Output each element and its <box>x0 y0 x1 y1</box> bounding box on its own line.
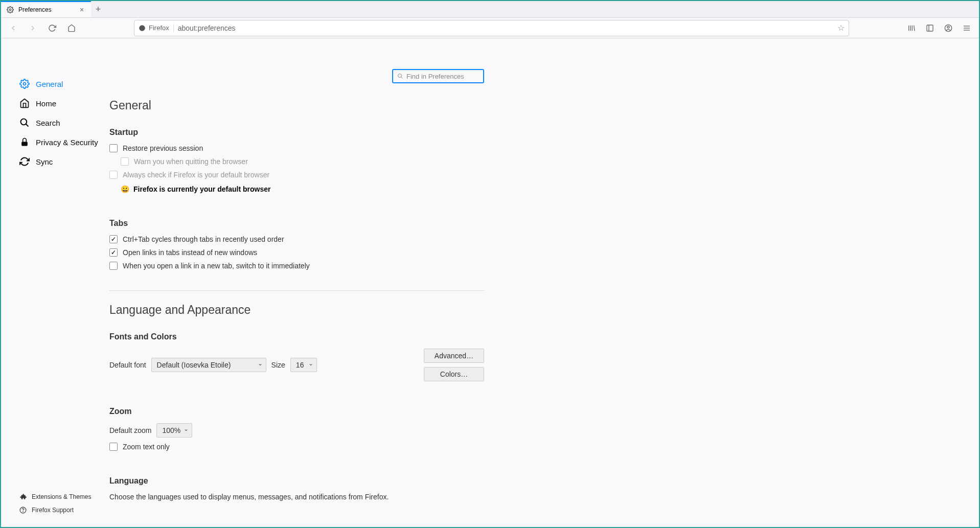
checkbox-label: Warn you when quitting the browser <box>134 157 248 166</box>
account-button[interactable] <box>940 20 956 36</box>
close-icon[interactable]: × <box>78 6 86 14</box>
sidebar-bottom-label: Extensions & Themes <box>32 493 92 500</box>
svg-rect-16 <box>21 142 28 146</box>
sync-icon <box>19 156 30 167</box>
toolbar: Firefox about:preferences ☆ <box>1 18 979 38</box>
search-input[interactable]: Find in Preferences <box>392 69 484 83</box>
menu-button[interactable] <box>959 20 975 36</box>
default-font-select[interactable]: Default (Iosevka Etoile) <box>151 358 266 372</box>
home-button[interactable] <box>63 20 80 36</box>
sidebar-item-home[interactable]: Home <box>1 94 109 113</box>
row-switch-immediate[interactable]: When you open a link in a new tab, switc… <box>109 262 484 270</box>
sidebar-extensions[interactable]: Extensions & Themes <box>1 490 109 503</box>
library-button[interactable] <box>903 20 920 36</box>
svg-point-18 <box>23 512 24 512</box>
row-restore-session[interactable]: Restore previous session <box>109 144 484 152</box>
checkbox <box>121 157 129 166</box>
sidebar-item-label: Home <box>36 99 56 108</box>
forward-button[interactable] <box>25 20 41 36</box>
checkbox-checked[interactable] <box>109 235 118 243</box>
row-check-default: Always check if Firefox is your default … <box>109 171 484 179</box>
default-zoom-select[interactable]: 100% <box>156 423 192 438</box>
gear-icon <box>19 79 30 89</box>
row-zoom-text-only[interactable]: Zoom text only <box>109 443 484 451</box>
tab-title: Preferences <box>18 6 74 13</box>
tab-bar: Preferences × + <box>1 1 979 18</box>
sidebar-item-search[interactable]: Search <box>1 113 109 132</box>
sidebar-item-sync[interactable]: Sync <box>1 152 109 171</box>
sidebar-bottom-label: Firefox Support <box>32 507 74 514</box>
svg-point-19 <box>398 74 402 78</box>
row-ctrl-tab[interactable]: Ctrl+Tab cycles through tabs in recently… <box>109 235 484 243</box>
svg-line-20 <box>401 77 403 79</box>
heading-tabs: Tabs <box>109 219 484 228</box>
row-open-links[interactable]: Open links in tabs instead of new window… <box>109 248 484 257</box>
svg-line-15 <box>26 124 29 127</box>
default-browser-msg: 😀 Firefox is currently your default brow… <box>121 185 484 193</box>
sidebar-item-label: Sync <box>36 157 53 166</box>
heading-fonts: Fonts and Colors <box>109 332 484 341</box>
sidebar-item-label: General <box>36 80 63 88</box>
url-identity: Firefox <box>139 24 174 32</box>
puzzle-icon <box>19 493 27 500</box>
select-value: Default (Iosevka Etoile) <box>157 361 231 369</box>
checkbox-label: Always check if Firefox is your default … <box>123 171 269 179</box>
checkbox-label: Restore previous session <box>123 144 203 152</box>
sidebar-item-label: Search <box>36 119 60 127</box>
main-content[interactable]: Find in Preferences General Startup Rest… <box>109 38 979 527</box>
svg-line-5 <box>914 25 915 31</box>
language-desc: Choose the languages used to display men… <box>109 493 484 501</box>
checkbox-label: Open links in tabs instead of new window… <box>123 248 257 257</box>
heading-language: Language <box>109 476 484 486</box>
bookmark-star-icon[interactable]: ☆ <box>837 23 845 33</box>
checkbox[interactable] <box>109 262 118 270</box>
home-icon <box>19 98 30 108</box>
svg-point-14 <box>21 119 27 125</box>
checkbox[interactable] <box>109 443 118 451</box>
sidebar-item-general[interactable]: General <box>1 74 109 94</box>
smile-icon: 😀 <box>121 185 129 193</box>
checkbox <box>109 171 118 179</box>
svg-rect-6 <box>927 25 933 31</box>
checkbox[interactable] <box>109 144 118 152</box>
svg-point-1 <box>139 25 145 31</box>
help-icon <box>19 507 27 514</box>
default-browser-text: Firefox is currently your default browse… <box>133 185 270 193</box>
heading-zoom: Zoom <box>109 407 484 416</box>
select-value: 16 <box>296 361 304 369</box>
reload-button[interactable] <box>44 20 60 36</box>
sidebar-item-label: Privacy & Security <box>36 138 98 147</box>
font-size-select[interactable]: 16 <box>290 358 317 372</box>
divider <box>109 290 484 291</box>
gear-icon <box>6 6 14 14</box>
checkbox-label: When you open a link in a new tab, switc… <box>123 262 310 270</box>
default-zoom-label: Default zoom <box>109 426 151 434</box>
sidebar-toggle-button[interactable] <box>922 20 938 36</box>
back-button[interactable] <box>5 20 21 36</box>
url-bar[interactable]: Firefox about:preferences ☆ <box>134 20 849 36</box>
new-tab-button[interactable]: + <box>91 2 105 16</box>
svg-point-9 <box>947 26 949 28</box>
search-icon <box>19 118 30 128</box>
search-placeholder: Find in Preferences <box>406 73 464 80</box>
heading-startup: Startup <box>109 128 484 137</box>
checkbox-label: Ctrl+Tab cycles through tabs in recently… <box>123 235 284 243</box>
checkbox-label: Zoom text only <box>123 443 170 451</box>
colors-button[interactable]: Colors… <box>424 367 484 381</box>
svg-point-13 <box>24 83 26 85</box>
select-value: 100% <box>162 426 180 434</box>
lock-icon <box>19 137 30 147</box>
browser-tab[interactable]: Preferences × <box>1 1 91 17</box>
heading-general: General <box>109 99 484 112</box>
url-text: about:preferences <box>178 24 833 32</box>
advanced-button[interactable]: Advanced… <box>424 349 484 363</box>
sidebar-item-privacy[interactable]: Privacy & Security <box>1 132 109 152</box>
heading-lang-appearance: Language and Appearance <box>109 303 484 317</box>
url-identity-label: Firefox <box>149 24 169 32</box>
default-font-label: Default font <box>109 361 146 369</box>
sidebar-support[interactable]: Firefox Support <box>1 503 109 517</box>
size-label: Size <box>271 361 285 369</box>
checkbox-checked[interactable] <box>109 248 118 257</box>
search-icon <box>397 73 403 79</box>
row-warn-quit: Warn you when quitting the browser <box>121 157 484 166</box>
